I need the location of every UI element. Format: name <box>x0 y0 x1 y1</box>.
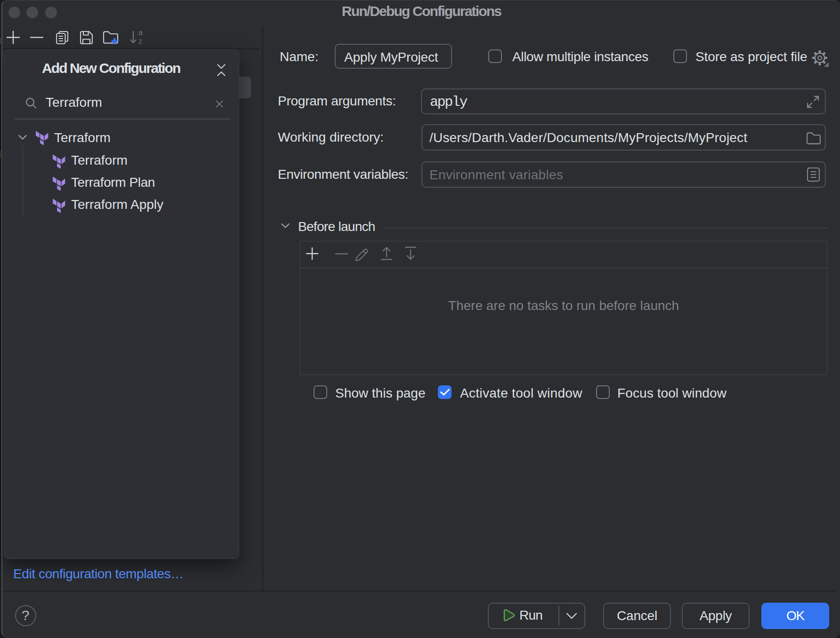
svg-text:z: z <box>138 37 142 45</box>
svg-text:a: a <box>138 30 143 37</box>
